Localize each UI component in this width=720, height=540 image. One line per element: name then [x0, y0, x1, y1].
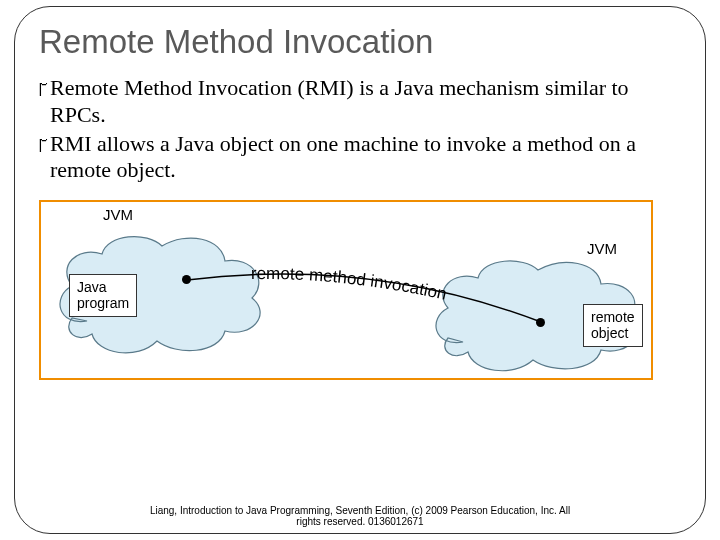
- bullet-item: 𐐊 Remote Method Invocation (RMI) is a Ja…: [39, 75, 681, 129]
- footer-text: rights reserved. 0136012671: [296, 516, 423, 527]
- bullet-marker-icon: 𐐊: [39, 133, 48, 185]
- slide-title: Remote Method Invocation: [39, 23, 681, 61]
- bullet-text: RMI allows a Java object on one machine …: [50, 131, 681, 185]
- svg-text:remote method invocation: remote method invocation: [251, 264, 449, 304]
- slide-footer: Liang, Introduction to Java Programming,…: [15, 505, 705, 527]
- slide-frame: Remote Method Invocation 𐐊 Remote Method…: [14, 6, 706, 534]
- footer-text: Liang, Introduction to Java Programming,…: [150, 505, 570, 516]
- bullet-text: Remote Method Invocation (RMI) is a Java…: [50, 75, 681, 129]
- rmi-diagram: JVM JVM Java program remote object: [39, 200, 653, 380]
- arc-label: remote method invocation: [251, 264, 449, 304]
- body-text: 𐐊 Remote Method Invocation (RMI) is a Ja…: [39, 75, 681, 184]
- invocation-arc-text: remote method invocation: [41, 202, 655, 382]
- bullet-marker-icon: 𐐊: [39, 77, 48, 129]
- bullet-item: 𐐊 RMI allows a Java object on one machin…: [39, 131, 681, 185]
